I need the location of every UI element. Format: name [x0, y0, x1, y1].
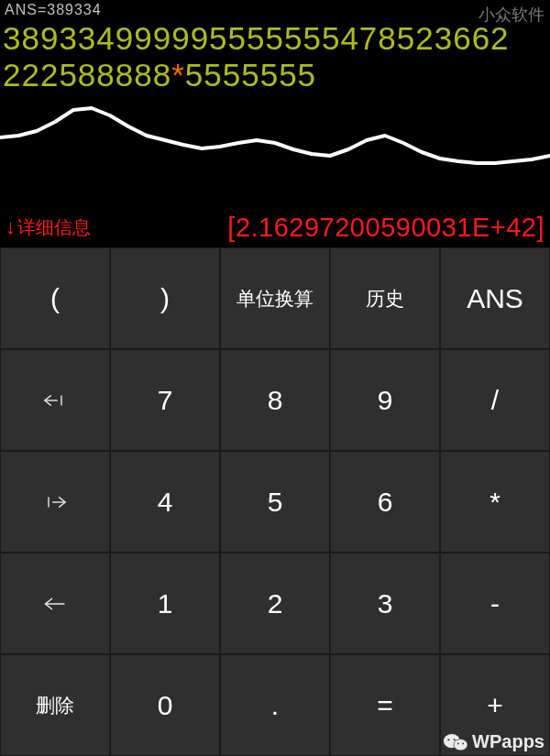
key-equals[interactable]: = — [330, 654, 440, 756]
calculator-app: ANS=389334 小众软件 389334999995555555478523… — [0, 0, 550, 756]
key-9[interactable]: 9 — [330, 349, 440, 451]
key-dot[interactable]: . — [220, 654, 330, 756]
key-right-paren[interactable]: ) — [110, 247, 220, 349]
key-5[interactable]: 5 — [220, 451, 330, 553]
down-arrow-icon: ↓ — [6, 215, 16, 239]
details-label: 详细信息 — [17, 215, 91, 240]
key-unit-convert[interactable]: 单位换算 — [220, 247, 330, 349]
result-graph — [0, 99, 550, 200]
key-ans[interactable]: ANS — [440, 247, 550, 349]
key-0[interactable]: 0 — [110, 654, 220, 756]
key-4[interactable]: 4 — [110, 451, 220, 553]
key-delete[interactable]: 删除 — [0, 654, 110, 756]
key-6[interactable]: 6 — [330, 451, 440, 553]
key-1[interactable]: 1 — [110, 553, 220, 654]
key-back-arrow[interactable] — [0, 553, 110, 654]
details-toggle[interactable]: ↓ 详细信息 — [6, 215, 91, 240]
key-shift-right[interactable] — [0, 451, 110, 553]
keypad: ( ) 单位换算 历史 ANS 7 8 9 / 4 5 6 * — [0, 247, 550, 756]
result-value: [2.16297200590031E+42] — [227, 213, 544, 243]
key-2[interactable]: 2 — [220, 553, 330, 654]
expression-part-2b: 5555555 — [185, 57, 316, 93]
key-shift-left[interactable] — [0, 349, 110, 451]
key-history[interactable]: 历史 — [330, 247, 440, 349]
key-left-paren[interactable]: ( — [0, 247, 110, 349]
result-row: ↓ 详细信息 [2.16297200590031E+42] — [0, 209, 550, 247]
expression-part-1: 389334999995555555478523662 — [3, 20, 510, 56]
key-minus[interactable]: - — [440, 553, 550, 654]
expression-display: 389334999995555555478523662 222588888*55… — [3, 20, 547, 93]
key-divide[interactable]: / — [440, 349, 550, 451]
key-3[interactable]: 3 — [330, 553, 440, 654]
key-plus[interactable]: + — [440, 654, 550, 756]
shift-right-icon — [42, 492, 68, 512]
key-8[interactable]: 8 — [220, 349, 330, 451]
key-multiply[interactable]: * — [440, 451, 550, 553]
display-area: ANS=389334 小众软件 389334999995555555478523… — [0, 0, 550, 247]
back-arrow-icon — [41, 593, 69, 615]
ans-indicator: ANS=389334 — [5, 2, 102, 18]
shift-left-icon — [42, 390, 68, 411]
expression-operator: * — [171, 57, 185, 93]
expression-part-2a: 222588888 — [3, 57, 171, 93]
key-7[interactable]: 7 — [110, 349, 220, 451]
